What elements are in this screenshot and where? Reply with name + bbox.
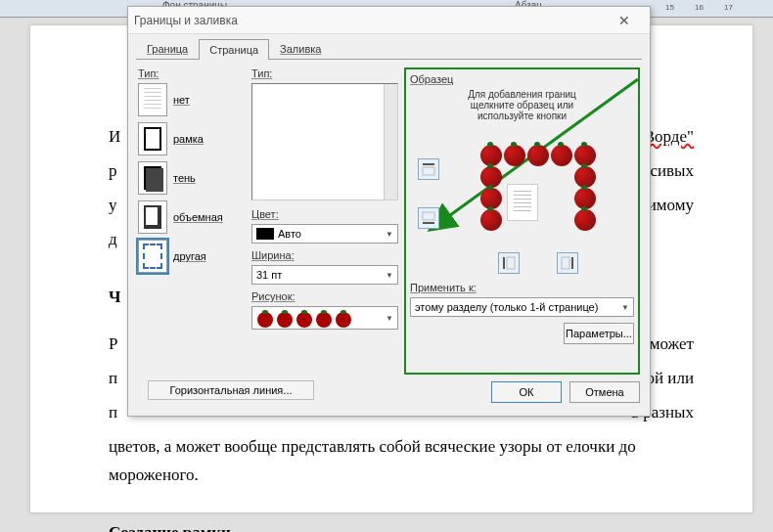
svg-rect-12 [423, 167, 434, 175]
setting-custom[interactable]: другая [138, 240, 246, 273]
svg-point-3 [282, 310, 288, 314]
svg-rect-15 [503, 257, 505, 269]
width-label: Ширина: [251, 249, 398, 261]
color-swatch [256, 228, 274, 240]
svg-point-4 [296, 312, 312, 328]
width-dropdown[interactable]: 31 пт ▼ [251, 265, 398, 285]
close-button[interactable]: ✕ [605, 10, 644, 31]
svg-rect-13 [423, 222, 434, 224]
setting-3d-icon [138, 200, 167, 234]
svg-point-7 [321, 310, 327, 314]
line-style-label: Тип: [251, 67, 398, 79]
setting-custom-label: другая [173, 250, 206, 262]
preview-stage[interactable] [410, 129, 634, 276]
svg-rect-18 [562, 257, 569, 269]
svg-point-8 [336, 312, 351, 328]
setting-none-label: нет [173, 94, 190, 106]
preview-label: Образец [410, 73, 634, 85]
horizontal-line-button[interactable]: Горизонтальная линия... [148, 380, 314, 400]
svg-rect-11 [423, 163, 434, 165]
setting-box-icon [138, 122, 167, 155]
apply-to-label: Применить к: [410, 282, 634, 293]
svg-point-5 [301, 310, 307, 314]
svg-point-0 [257, 312, 273, 328]
toggle-border-left[interactable] [498, 252, 520, 274]
setting-3d-label: объемная [173, 211, 223, 223]
chevron-down-icon: ▼ [621, 303, 629, 312]
options-button[interactable]: Параметры... [564, 323, 634, 344]
apply-to-dropdown[interactable]: этому разделу (только 1-й странице) ▼ [410, 297, 634, 317]
toggle-border-bottom[interactable] [418, 207, 439, 229]
setting-shadow[interactable]: тень [138, 161, 246, 195]
chevron-down-icon: ▼ [386, 271, 393, 280]
preview-page [507, 184, 538, 221]
art-label: Рисунок: [251, 290, 398, 302]
art-raspberries-option [252, 307, 370, 329]
tab-shading[interactable]: Заливка [269, 38, 332, 59]
cancel-button[interactable]: Отмена [569, 381, 640, 403]
setting-box[interactable]: рамка [138, 122, 246, 155]
svg-rect-14 [423, 212, 434, 220]
svg-rect-17 [571, 257, 573, 269]
svg-point-2 [277, 312, 293, 328]
setting-box-label: рамка [173, 133, 204, 145]
toggle-border-top[interactable] [418, 158, 439, 180]
chevron-down-icon: ▼ [386, 230, 393, 239]
setting-3d[interactable]: объемная [138, 200, 246, 234]
tab-border[interactable]: Граница [136, 38, 199, 59]
svg-rect-16 [507, 257, 515, 269]
setting-custom-icon [138, 240, 167, 273]
preview-hint: Для добавления границ щелкните образец и… [410, 89, 634, 121]
line-style-scrollbar[interactable] [384, 84, 397, 200]
type-setting-label: Тип: [138, 67, 246, 79]
setting-shadow-icon [138, 161, 167, 195]
line-style-list[interactable] [251, 83, 398, 200]
width-value: 31 пт [256, 269, 386, 281]
tab-page[interactable]: Страница [199, 39, 269, 60]
svg-point-6 [316, 312, 332, 328]
apply-to-value: этому разделу (только 1-й странице) [415, 301, 621, 313]
color-value: Авто [278, 228, 386, 240]
art-dropdown[interactable]: ▼ [251, 306, 398, 330]
ok-button[interactable]: ОК [491, 381, 562, 403]
dialog-title: Границы и заливка [134, 14, 605, 27]
borders-shading-dialog: Границы и заливка ✕ Граница Страница Зал… [127, 6, 651, 417]
setting-shadow-label: тень [173, 172, 196, 184]
color-label: Цвет: [251, 208, 398, 220]
svg-point-1 [262, 310, 268, 314]
svg-point-9 [341, 310, 346, 314]
dialog-tabs: Граница Страница Заливка [128, 34, 650, 59]
chevron-down-icon: ▼ [386, 314, 393, 323]
color-dropdown[interactable]: Авто ▼ [251, 224, 398, 244]
setting-none[interactable]: нет [138, 83, 246, 116]
toggle-border-right[interactable] [557, 252, 578, 274]
setting-none-icon [138, 83, 167, 116]
